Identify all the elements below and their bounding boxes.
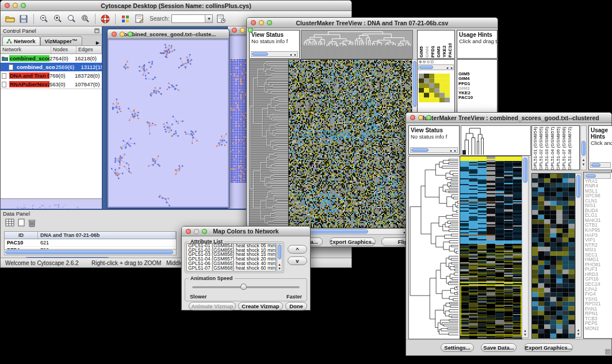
- export-graphics-button[interactable]: Export Graphics...: [524, 343, 573, 352]
- heatmap-vscrollbar[interactable]: ▲▼: [522, 156, 529, 338]
- zoom-selected-icon[interactable]: [66, 14, 77, 24]
- minimize-icon[interactable]: [13, 3, 18, 8]
- network-row[interactable]: RNAPuberNov2+563(0)107847(0): [1, 80, 102, 89]
- animate-vizmap-button: Animate Vizmap: [189, 302, 236, 311]
- attribute-item[interactable]: GPL51-07 (GSM868) heat shock 60 min: [187, 266, 276, 271]
- attribute-list[interactable]: GPL51-01 (GSM854) heat shock 05 minGPL51…: [186, 243, 276, 271]
- view-status-scrollbar[interactable]: ◂▸: [410, 147, 458, 153]
- close-icon[interactable]: [251, 20, 256, 25]
- zoom-icon[interactable]: [128, 32, 133, 37]
- save-session-icon[interactable]: [18, 14, 29, 24]
- done-button[interactable]: Done: [285, 302, 307, 311]
- mini-hscrollbar[interactable]: ◂▸: [418, 64, 454, 70]
- search-input[interactable]: ▼: [171, 14, 213, 23]
- heatmap[interactable]: [288, 59, 412, 228]
- close-icon[interactable]: [410, 115, 415, 120]
- vizmapper-icon[interactable]: [120, 14, 131, 24]
- settings-button[interactable]: Settings...: [441, 343, 474, 352]
- treeview-combined-titlebar[interactable]: ClusterMaker TreeView : combined_scores_…: [406, 113, 611, 123]
- treeview-dna-titlebar[interactable]: ClusterMaker TreeView : DNA and Tran 07-…: [247, 18, 498, 28]
- network-canvas[interactable]: [109, 40, 228, 206]
- attribute-list-scrollbar[interactable]: ▲▼: [277, 243, 282, 271]
- save-data-button[interactable]: Save Data...: [481, 343, 517, 352]
- treeview-dna-title: ClusterMaker TreeView : DNA and Tran 07-…: [247, 20, 498, 26]
- zoom-heatmap[interactable]: [531, 173, 575, 339]
- zoom-icon[interactable]: [426, 115, 431, 120]
- table-icon[interactable]: [5, 219, 14, 227]
- close-icon[interactable]: [112, 32, 117, 37]
- usage-hints-scrollbar[interactable]: [590, 162, 611, 168]
- array-column-label: GPL51-01 (GSM854): [533, 127, 538, 170]
- move-down-button[interactable]: v: [288, 256, 307, 265]
- tab-vizmapper[interactable]: VizMapper™: [40, 36, 82, 45]
- network-view-window[interactable]: combined_scores_good.txt--cluste...: [107, 29, 230, 208]
- column-attribute[interactable]: DNA and Tran 07-21-06b: [38, 232, 176, 239]
- tab-network[interactable]: Network: [2, 36, 40, 45]
- network-name: RNAPuberNov2+: [9, 81, 49, 87]
- new-attribute-icon[interactable]: [18, 219, 25, 227]
- annotation-icon[interactable]: [133, 14, 145, 24]
- column-id[interactable]: ID: [5, 232, 38, 239]
- move-up-button[interactable]: ^: [288, 245, 307, 254]
- mini-column-label: GIM3: [436, 31, 441, 58]
- zoom-in-icon[interactable]: [52, 14, 63, 24]
- mini-column-label: PFD1: [430, 31, 435, 58]
- gene-list-hscrollbar[interactable]: [584, 173, 611, 179]
- data-panel-hscrollbar[interactable]: [4, 249, 177, 255]
- animation-speed-group: Animation Speed Slower Faster: [185, 278, 307, 301]
- speed-slider-thumb[interactable]: [240, 283, 247, 290]
- treeview-combined-title: ClusterMaker TreeView : combined_scores_…: [406, 114, 611, 121]
- treeview-combined-window: ClusterMaker TreeView : combined_scores_…: [406, 112, 612, 356]
- gene-list[interactable]: PFD1YRA1RNR4MSL1SPC98CLN1NIS1BUD4ELG1MAK…: [584, 173, 612, 331]
- dialog-titlebar[interactable]: Map Colors to Network: [182, 227, 310, 236]
- zoom-out-icon[interactable]: [38, 14, 49, 24]
- file-icon: [9, 64, 15, 70]
- close-icon[interactable]: [232, 28, 237, 33]
- export-graphics-button[interactable]: Export Graphics...: [330, 237, 376, 246]
- gene-label[interactable]: MON2: [585, 326, 612, 331]
- zoom-icon[interactable]: [248, 28, 253, 33]
- row-dendrogram[interactable]: [408, 156, 460, 339]
- tab-overflow-arrow[interactable]: ▶: [96, 40, 100, 45]
- open-session-icon[interactable]: [4, 14, 16, 24]
- zoom-icon[interactable]: [267, 20, 272, 25]
- minimize-icon[interactable]: [120, 32, 125, 37]
- array-column-labels: GPL51-01 (GSM854)GPL51-02 (GSM855)GPL51-…: [531, 125, 580, 170]
- column-dendrogram[interactable]: [301, 30, 413, 59]
- network-row[interactable]: DNA and Tran 07769(0)183728(0): [1, 71, 102, 80]
- column-labels-scrollbar[interactable]: ▲▼: [580, 125, 587, 170]
- minimize-icon[interactable]: [194, 229, 199, 234]
- table-row[interactable]: PAC10621: [5, 239, 176, 247]
- help-lifebuoy-icon[interactable]: [100, 14, 111, 24]
- minimize-icon[interactable]: [418, 115, 423, 120]
- float-panel-icon[interactable]: [94, 28, 100, 33]
- row-dendrogram[interactable]: [249, 59, 289, 228]
- mini-heatmap[interactable]: [419, 74, 450, 102]
- minimize-icon[interactable]: [240, 28, 245, 33]
- window-title: Cytoscape Desktop (Session Name: collins…: [1, 2, 351, 9]
- cytoscape-titlebar[interactable]: Cytoscape Desktop (Session Name: collins…: [1, 1, 351, 11]
- network-table-header[interactable]: Network Nodes Edges: [1, 46, 102, 54]
- zoom-fit-icon[interactable]: [79, 14, 91, 24]
- network-edges-count: 13112(15): [81, 64, 102, 70]
- filter-history-icon[interactable]: [215, 14, 227, 24]
- close-icon[interactable]: [186, 229, 191, 234]
- network-name: combined_scores: [9, 55, 49, 62]
- folder-icon: [2, 56, 8, 61]
- heatmap[interactable]: [460, 156, 522, 339]
- view-status-scrollbar[interactable]: ◂▸: [251, 51, 298, 57]
- zoom-heatmap-scrollbar[interactable]: ▲▼: [575, 173, 582, 338]
- close-icon[interactable]: [5, 3, 10, 8]
- search-dropdown-icon[interactable]: ▼: [205, 15, 212, 22]
- column-dendrogram[interactable]: [461, 125, 531, 156]
- trash-icon[interactable]: [28, 219, 36, 227]
- zoom-icon[interactable]: [202, 229, 207, 234]
- create-vizmap-button[interactable]: Create Vizmap: [238, 302, 283, 311]
- minimize-icon[interactable]: [259, 20, 264, 25]
- faster-label: Faster: [286, 294, 302, 300]
- resize-grip[interactable]: [605, 349, 611, 355]
- zoom-icon[interactable]: [21, 3, 26, 8]
- network-row[interactable]: combined_sco2569(6)13112(15): [1, 63, 102, 71]
- network-row[interactable]: combined_scores2764(0)16218(0): [1, 54, 102, 63]
- treeview-zoom-icons[interactable]: ⊕⊖⊙⊡: [418, 60, 454, 64]
